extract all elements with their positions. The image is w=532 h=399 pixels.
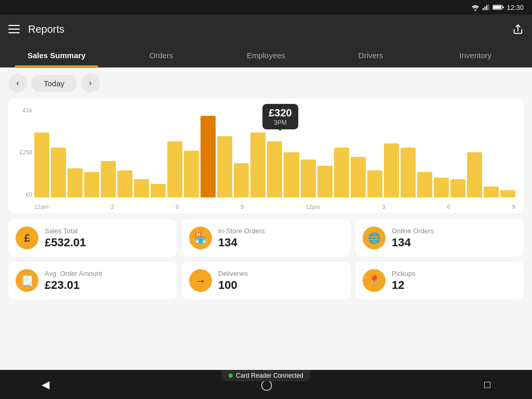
date-label: Today [31,75,77,92]
chart-bar-15[interactable] [284,152,299,197]
chart-bar-11[interactable] [217,136,232,197]
stat-card-avg-order: 🧾Avg. Order Amount£23.01 [8,262,177,299]
chart-bar-17[interactable] [317,166,332,197]
prev-date-button[interactable]: ‹ [8,74,27,92]
top-bar: Reports [0,15,532,44]
recents-button[interactable]: □ [484,379,490,391]
x-label-6p: 6 [447,204,450,210]
stat-card-pickups: 📍Pickups12 [355,262,524,299]
in-store-orders-label: In-Store Orders [218,227,265,235]
sales-total-icon: £ [16,227,38,249]
pickups-icon: 📍 [363,269,385,292]
chart-bar-8[interactable] [167,141,182,197]
back-button[interactable]: ◀ [42,378,49,391]
tab-inventory[interactable]: Inventory [423,44,528,67]
chart-bar-10[interactable] [201,116,216,197]
chart-bar-6[interactable] [134,179,149,197]
svg-rect-3 [486,5,487,10]
chart-tooltip: £320 3PM [262,104,298,129]
sales-total-label: Sales Total [45,227,86,235]
chart-bar-4[interactable] [101,161,116,197]
svg-rect-2 [485,7,486,10]
svg-rect-6 [503,6,504,8]
card-reader-label: Card Reader Connected [236,372,303,379]
chart-bar-1[interactable] [51,148,66,197]
chart-bar-2[interactable] [68,168,83,197]
sales-chart: £320 3PM £1k £250 £0 12am 3 6 9 12pm 3 6… [8,99,524,213]
deliveries-label: Deliveries [218,270,248,277]
card-reader-dot [229,374,233,378]
y-label-bot: £0 [12,191,32,197]
chart-bar-13[interactable] [250,132,265,197]
status-icons: 12:30 [471,4,524,11]
hamburger-menu[interactable] [8,25,20,33]
status-bar: 12:30 [0,0,532,15]
signal-icon [483,4,490,11]
svg-point-0 [475,9,476,11]
deliveries-value: 100 [218,278,248,292]
y-label-mid: £250 [12,149,32,155]
stat-card-sales-total: £Sales Total£532.01 [8,219,177,257]
share-button[interactable] [512,22,524,36]
chart-bar-22[interactable] [401,148,416,197]
x-label-9p: 9 [512,204,515,210]
avg-order-icon: 🧾 [16,269,38,292]
chart-bar-27[interactable] [484,187,499,197]
wifi-icon [471,4,480,11]
y-axis-labels: £1k £250 £0 [12,107,32,197]
date-nav: ‹ Today › [0,68,532,95]
chart-bar-16[interactable] [301,159,316,197]
tab-employees[interactable]: Employees [214,44,318,67]
chart-bar-21[interactable] [384,143,399,197]
stat-card-deliveries: →Deliveries100 [182,262,350,299]
status-time: 12:30 [507,4,524,11]
x-label-12pm: 12pm [306,204,321,210]
avg-order-value: £23.01 [45,278,102,292]
avg-order-label: Avg. Order Amount [45,270,102,277]
chart-bar-14[interactable] [267,141,282,197]
chart-bar-26[interactable] [467,152,482,197]
page-title: Reports [28,23,64,35]
x-label-6a: 6 [176,204,179,210]
tooltip-time: 3PM [269,119,292,126]
stats-grid: £Sales Total£532.01🏪In-Store Orders134🌐O… [0,215,532,303]
chart-bar-9[interactable] [184,151,199,197]
tab-drivers[interactable]: Drivers [318,44,423,67]
in-store-orders-icon: 🏪 [189,227,212,249]
svg-rect-1 [483,8,484,10]
chart-bar-7[interactable] [151,184,166,197]
chart-bar-18[interactable] [334,148,349,197]
battery-icon [493,4,504,10]
x-label-9a: 9 [241,204,244,210]
chart-bar-23[interactable] [417,172,432,197]
in-store-orders-value: 134 [218,236,265,249]
online-orders-icon: 🌐 [363,227,385,249]
stat-card-in-store-orders: 🏪In-Store Orders134 [182,219,350,257]
stat-card-online-orders: 🌐Online Orders134 [355,219,524,257]
card-reader-status: Card Reader Connected [221,370,311,381]
chart-bar-3[interactable] [84,172,99,197]
chart-bar-24[interactable] [434,178,449,197]
chart-bar-20[interactable] [367,170,382,197]
x-axis-labels: 12am 3 6 9 12pm 3 6 9 [34,204,515,210]
svg-rect-4 [488,4,489,10]
deliveries-icon: → [189,269,212,292]
chart-bar-12[interactable] [234,163,249,197]
bottom-bar: Card Reader Connected ◀ ◯ □ [0,370,532,399]
tab-orders[interactable]: Orders [109,44,214,67]
next-date-button[interactable]: › [81,74,100,92]
x-label-12am: 12am [34,204,49,210]
tab-sales-summary[interactable]: Sales Summary [4,44,109,67]
chart-bar-28[interactable] [500,190,515,197]
tabs-bar: Sales Summary Orders Employees Drivers I… [0,44,532,68]
pickups-label: Pickups [392,270,416,277]
chart-bar-25[interactable] [450,179,466,197]
pickups-value: 12 [392,278,416,292]
svg-rect-7 [494,6,502,9]
chart-bar-19[interactable] [351,157,366,197]
chart-bar-0[interactable] [34,132,49,197]
online-orders-label: Online Orders [392,227,434,235]
chart-bar-5[interactable] [117,170,132,197]
top-bar-left: Reports [8,23,64,35]
x-label-3p: 3 [382,204,385,210]
